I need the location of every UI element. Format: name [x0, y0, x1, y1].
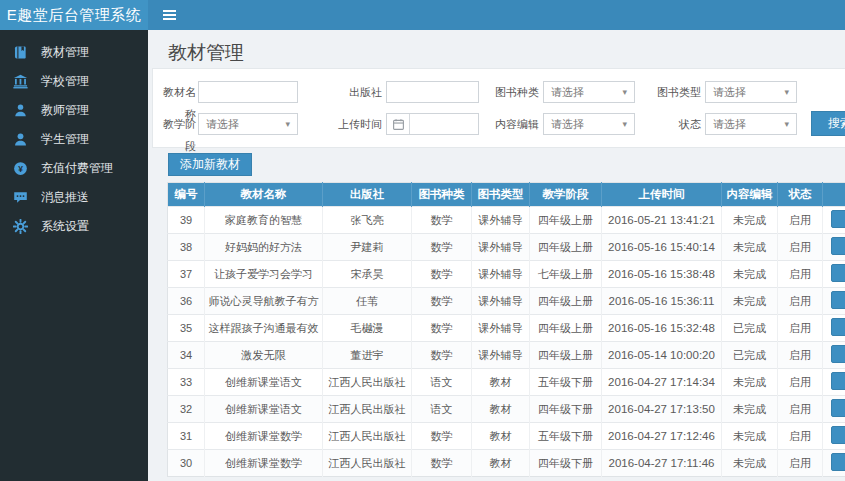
search-button[interactable]: 搜索 — [811, 111, 845, 136]
cell: 教材 — [472, 450, 530, 477]
cell: 启用 — [778, 342, 823, 369]
actions-cell — [823, 261, 845, 288]
table-row: 38好妈妈的好方法尹建莉数学课外辅导四年级上册2016-05-16 15:40:… — [168, 234, 845, 261]
cell: 张飞亮 — [323, 207, 412, 234]
column-header — [823, 183, 845, 207]
cell: 语文 — [412, 396, 472, 423]
column-header: 教学阶段 — [530, 183, 602, 207]
cell: 让孩子爱学习会学习 — [205, 261, 323, 288]
cell: 语文 — [412, 369, 472, 396]
cell: 好妈妈的好方法 — [205, 234, 323, 261]
cell: 启用 — [778, 315, 823, 342]
cell: 课外辅导 — [472, 342, 530, 369]
cell: 数学 — [412, 423, 472, 450]
cell: 课外辅导 — [472, 234, 530, 261]
sidebar-item-payment-management[interactable]: ¥充值付费管理 — [0, 154, 148, 183]
cell: 四年级下册 — [530, 450, 602, 477]
cell: 任苇 — [323, 288, 412, 315]
cell: 2016-05-16 15:38:48 — [602, 261, 722, 288]
cell: 课外辅导 — [472, 261, 530, 288]
filter-panel: 教材名称出版社图书种类请选择▾图书类型请选择▾教学阶段请选择▾上传时间内容编辑请… — [152, 68, 845, 148]
teacher-icon — [13, 103, 28, 118]
cell: 33 — [168, 369, 205, 396]
cell: 董进宇 — [323, 342, 412, 369]
cell: 教材 — [472, 423, 530, 450]
sidebar-item-message-push[interactable]: 消息推送 — [0, 183, 148, 212]
cell: 家庭教育的智慧 — [205, 207, 323, 234]
row-action-button[interactable] — [831, 264, 845, 282]
table-row: 35这样跟孩子沟通最有效毛樾漫数学课外辅导四年级上册2016-05-16 15:… — [168, 315, 845, 342]
column-header: 上传时间 — [602, 183, 722, 207]
row-action-button[interactable] — [831, 318, 845, 336]
table-row: 36师说心灵导航教子有方任苇数学课外辅导四年级上册2016-05-16 15:3… — [168, 288, 845, 315]
actions-cell — [823, 450, 845, 477]
row-action-button[interactable] — [831, 372, 845, 390]
filter-select-status[interactable]: 请选择▾ — [705, 113, 797, 135]
cell: 数学 — [412, 315, 472, 342]
sidebar-item-label: 系统设置 — [41, 218, 89, 235]
cell: 36 — [168, 288, 205, 315]
sidebar: 教材管理学校管理教师管理学生管理¥充值付费管理消息推送系统设置 — [0, 30, 148, 481]
row-action-button[interactable] — [831, 453, 845, 471]
cell: 创维新课堂数学 — [205, 423, 323, 450]
actions-cell — [823, 234, 845, 261]
chevron-down-icon: ▾ — [784, 87, 789, 97]
cell: 2016-05-21 13:41:21 — [602, 207, 722, 234]
top-bar: E趣堂后台管理系统 — [0, 0, 845, 30]
sidebar-item-school-management[interactable]: 学校管理 — [0, 67, 148, 96]
sidebar-item-system-settings[interactable]: 系统设置 — [0, 212, 148, 241]
cell: 课外辅导 — [472, 315, 530, 342]
gear-icon — [13, 219, 28, 234]
cell: 未完成 — [722, 207, 778, 234]
add-textbook-button[interactable]: 添加新教材 — [168, 153, 252, 176]
sidebar-item-student-management[interactable]: 学生管理 — [0, 125, 148, 154]
cell: 七年级上册 — [530, 261, 602, 288]
actions-cell — [823, 315, 845, 342]
row-action-button[interactable] — [831, 426, 845, 444]
row-action-button[interactable] — [831, 291, 845, 309]
row-action-button[interactable] — [831, 237, 845, 255]
cell: 四年级下册 — [530, 396, 602, 423]
actions-cell — [823, 207, 845, 234]
row-action-button[interactable] — [831, 399, 845, 417]
sidebar-menu: 教材管理学校管理教师管理学生管理¥充值付费管理消息推送系统设置 — [0, 30, 148, 241]
cell: 课外辅导 — [472, 207, 530, 234]
textbook-table: 编号教材名称出版社图书种类图书类型教学阶段上传时间内容编辑状态 39家庭教育的智… — [167, 182, 845, 477]
cell: 教材 — [472, 396, 530, 423]
cell: 启用 — [778, 261, 823, 288]
row-action-button[interactable] — [831, 345, 845, 363]
cell: 未完成 — [722, 369, 778, 396]
chevron-down-icon: ▾ — [784, 119, 789, 129]
sidebar-item-label: 教材管理 — [41, 44, 89, 61]
cell: 39 — [168, 207, 205, 234]
cell: 教材 — [472, 369, 530, 396]
column-header: 图书种类 — [412, 183, 472, 207]
app-logo: E趣堂后台管理系统 — [0, 0, 148, 30]
table-row: 39家庭教育的智慧张飞亮数学课外辅导四年级上册2016-05-21 13:41:… — [168, 207, 845, 234]
column-header: 教材名称 — [205, 183, 323, 207]
sidebar-item-teacher-management[interactable]: 教师管理 — [0, 96, 148, 125]
cell: 未完成 — [722, 396, 778, 423]
cell: 启用 — [778, 450, 823, 477]
actions-cell — [823, 423, 845, 450]
hamburger-icon[interactable] — [148, 0, 190, 30]
cell: 数学 — [412, 342, 472, 369]
cell: 这样跟孩子沟通最有效 — [205, 315, 323, 342]
table-row: 37让孩子爱学习会学习宋承昊数学课外辅导七年级上册2016-05-16 15:3… — [168, 261, 845, 288]
cell: 未完成 — [722, 423, 778, 450]
row-action-button[interactable] — [831, 210, 845, 228]
cell: 课外辅导 — [472, 288, 530, 315]
cell: 激发无限 — [205, 342, 323, 369]
cell: 启用 — [778, 288, 823, 315]
cell: 2016-04-27 17:14:34 — [602, 369, 722, 396]
actions-cell — [823, 369, 845, 396]
cell: 35 — [168, 315, 205, 342]
student-icon — [13, 132, 28, 147]
sidebar-item-label: 学校管理 — [41, 73, 89, 90]
sidebar-item-label: 教师管理 — [41, 102, 89, 119]
cell: 30 — [168, 450, 205, 477]
sidebar-item-textbook-management[interactable]: 教材管理 — [0, 38, 148, 67]
cell: 未完成 — [722, 261, 778, 288]
svg-text:¥: ¥ — [18, 164, 23, 174]
filter-select-book-type[interactable]: 请选择▾ — [705, 81, 797, 103]
